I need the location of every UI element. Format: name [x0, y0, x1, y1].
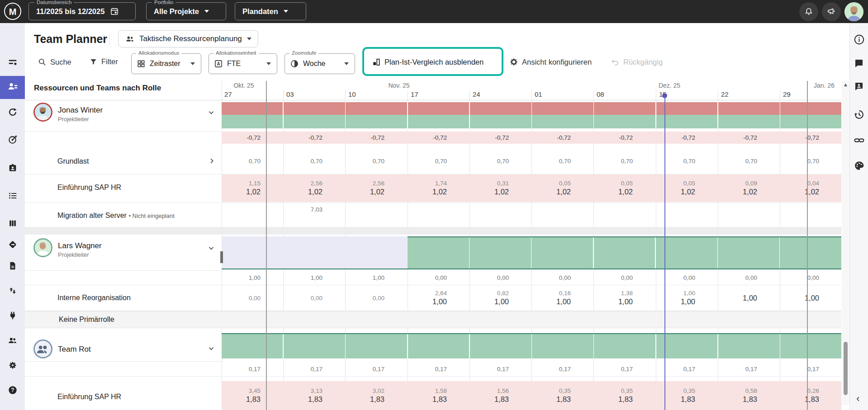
announcements-button[interactable] — [822, 2, 841, 21]
allocation-cell[interactable]: 1,001,00 — [656, 285, 695, 311]
users-icon[interactable] — [0, 331, 25, 349]
allocation-cell[interactable]: -0,72 — [470, 132, 509, 144]
view-selector[interactable]: Taktische Ressourcenplanung — [118, 30, 258, 47]
allocation-cell[interactable]: 0,70 — [594, 148, 633, 174]
row-label[interactable]: Interne Reorganisation — [57, 294, 131, 302]
allocation-cell[interactable]: 1,151,02 — [222, 174, 261, 202]
allocation-cell[interactable]: -0,72 — [284, 132, 323, 144]
allocation-cell[interactable]: 3,131,83 — [284, 381, 323, 410]
band-resize-handle[interactable] — [220, 251, 223, 263]
vertical-scrollbar[interactable]: ▲ — [842, 81, 849, 405]
allocation-cell[interactable] — [532, 203, 571, 227]
allocation-cell[interactable]: 0,00 — [346, 285, 384, 311]
row-label[interactable]: Einführung SAP HR — [57, 393, 121, 401]
allocation-cell[interactable]: 2,561,02 — [284, 174, 323, 202]
allocation-cell[interactable]: 0,17 — [284, 362, 323, 376]
allocation-cell[interactable]: 1,741,02 — [408, 174, 447, 202]
allocation-cell[interactable]: 0,17 — [780, 362, 819, 376]
allocation-cell[interactable]: 0,821,00 — [470, 285, 509, 311]
filter-button[interactable]: Filter — [89, 57, 118, 66]
allocation-cell[interactable]: 0,00 — [594, 271, 633, 285]
allocation-cell[interactable]: 1,00 — [346, 271, 384, 285]
plan-ist-toggle-button[interactable]: Plan-Ist-Vergleich ausblenden — [372, 57, 484, 66]
allocation-cell[interactable]: 0,00 — [532, 271, 571, 285]
allocation-cell[interactable]: 0,581,83 — [718, 381, 757, 410]
allocation-cell[interactable]: 1,00 — [718, 285, 757, 311]
allocation-cell[interactable]: 0,17 — [656, 362, 695, 376]
allocation-cell[interactable]: 0,17 — [346, 362, 384, 376]
allocation-cell[interactable] — [594, 203, 633, 227]
scenario-select[interactable]: Plandaten — [235, 2, 306, 20]
allocation-cell[interactable]: 0,051,02 — [532, 174, 571, 202]
zoom-level-select[interactable]: Zoomstufe Woche — [285, 53, 355, 74]
portfolio-designer-icon[interactable] — [0, 53, 25, 71]
comments-icon[interactable] — [853, 57, 865, 69]
allocation-cell[interactable]: 0,311,02 — [470, 174, 509, 202]
allocation-cell[interactable]: 0,70 — [284, 148, 323, 174]
resource-name[interactable]: Lars Wagner — [58, 241, 102, 250]
allocation-cell[interactable]: 3,021,83 — [346, 381, 384, 410]
overallocation-band[interactable] — [222, 102, 841, 115]
allocation-cell[interactable]: 0,70 — [470, 148, 509, 174]
allocation-cell[interactable]: 0,70 — [346, 148, 384, 174]
allocation-cell[interactable]: 0,091,02 — [718, 174, 757, 202]
allocation-cell[interactable]: 0,00 — [656, 271, 695, 285]
allocation-cell[interactable]: 0,00 — [718, 271, 757, 285]
allocation-cell[interactable]: 3,451,83 — [222, 381, 261, 410]
allocation-cell[interactable]: 7,03 — [284, 203, 323, 227]
collapse-chevron-icon[interactable] — [207, 344, 215, 353]
allocation-mode-select[interactable]: Allokationsmodus Zeitraster — [131, 53, 201, 74]
allocation-cell[interactable]: 0,17 — [594, 362, 633, 376]
allocation-cell[interactable]: 0,17 — [470, 362, 509, 376]
allocation-cell[interactable]: 0,00 — [222, 285, 261, 311]
date-range-field[interactable]: Datumsbereich 11/2025 bis 12/2025 — [28, 2, 136, 20]
meisterplan-logo-icon[interactable]: ¨M — [4, 3, 21, 20]
allocation-cell[interactable]: -0,72 — [780, 132, 819, 144]
notifications-button[interactable] — [799, 2, 818, 21]
info-icon[interactable] — [853, 33, 865, 45]
allocation-band[interactable] — [222, 333, 841, 358]
team-planner-nav-icon[interactable] — [0, 77, 25, 95]
allocation-cell[interactable]: 0,70 — [780, 148, 819, 174]
row-label[interactable]: Migration alter Server • Nicht eingeplan… — [57, 212, 175, 220]
unplanned-band[interactable] — [222, 236, 408, 269]
allocation-cell[interactable]: -0,72 — [656, 132, 695, 144]
allocation-cell[interactable] — [780, 203, 819, 227]
allocation-cell[interactable]: 1,381,00 — [594, 285, 633, 311]
allocation-cell[interactable]: 0,70 — [222, 148, 261, 174]
expand-chevron-right-icon[interactable] — [208, 157, 215, 165]
allocation-cell[interactable]: 0,161,00 — [532, 285, 571, 311]
allocation-cell[interactable]: 0,17 — [222, 362, 261, 376]
refresh-chart-icon[interactable] — [0, 103, 25, 121]
allocation-cell[interactable]: 0,351,83 — [594, 381, 633, 410]
allocation-cell[interactable]: 0,351,83 — [532, 381, 571, 410]
avatar[interactable] — [33, 238, 52, 257]
allocation-cell[interactable]: 0,261,83 — [780, 381, 819, 410]
undo-button[interactable]: Rückgängig — [611, 57, 663, 66]
allocation-cell[interactable]: -0,72 — [408, 132, 447, 144]
portfolio-select[interactable]: Portfolio Alle Projekte — [146, 2, 226, 20]
allocation-cell[interactable] — [470, 203, 509, 227]
allocation-cell[interactable]: 2,561,02 — [346, 174, 384, 202]
palette-icon[interactable] — [853, 160, 865, 171]
allocation-cell[interactable] — [222, 203, 261, 227]
allocation-cell[interactable]: 0,00 — [408, 271, 447, 285]
history-icon[interactable] — [853, 108, 865, 120]
collapse-sidebar-chevron-icon[interactable]: ‹ — [852, 393, 864, 405]
link-icon[interactable] — [853, 134, 865, 146]
allocation-cell[interactable]: 0,00 — [780, 271, 819, 285]
allocation-cell[interactable]: 0,17 — [408, 362, 447, 376]
allocation-cell[interactable]: 0,051,02 — [594, 174, 633, 202]
search-button[interactable]: Suche — [38, 57, 71, 66]
allocation-cell[interactable]: 2,641,00 — [408, 285, 447, 311]
allocation-cell[interactable]: -0,72 — [222, 132, 261, 144]
feedback-person-icon[interactable] — [853, 80, 865, 92]
allocation-cell[interactable]: -0,72 — [346, 132, 384, 144]
allocation-cell[interactable]: 0,17 — [532, 362, 571, 376]
user-avatar[interactable] — [844, 2, 863, 21]
allocation-cell[interactable]: 0,70 — [656, 148, 695, 174]
scrollbar-thumb[interactable] — [844, 342, 848, 395]
allocation-cell[interactable]: 1,00 — [222, 271, 261, 285]
allocation-cell[interactable]: 0,351,83 — [656, 381, 695, 410]
allocation-cell[interactable]: 0,70 — [718, 148, 757, 174]
